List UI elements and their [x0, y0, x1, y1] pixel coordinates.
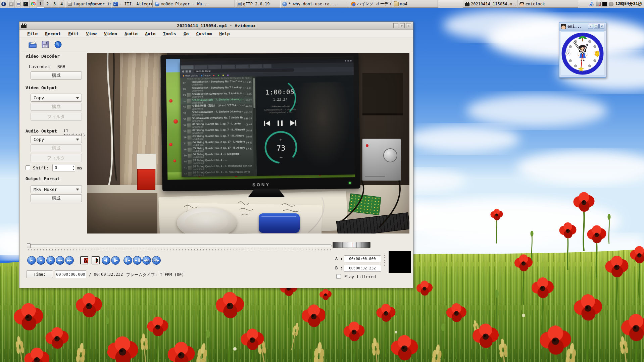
- video-decoder-configure-button[interactable]: 構成: [31, 71, 82, 80]
- marker-b-field[interactable]: 00:00:32.232: [344, 265, 381, 272]
- timeline-handle[interactable]: [27, 243, 31, 248]
- menu-item[interactable]: Video: [100, 31, 121, 37]
- task-button[interactable]: emiclock: [517, 0, 578, 8]
- task-icon: [237, 2, 242, 6]
- open-file-button[interactable]: [28, 40, 38, 50]
- next-frame-button-glyph: ▐▶: [113, 259, 118, 262]
- output-format-select[interactable]: Mkv Muxer: [31, 185, 82, 193]
- launcher-button[interactable]: [7, 0, 15, 8]
- time-field[interactable]: 00:00:00.000: [55, 270, 86, 278]
- task-button[interactable]: ハイレゾ オーディ...: [349, 0, 392, 8]
- emiclock-title: emi...: [567, 24, 587, 29]
- audio-filter-button[interactable]: フィルタ: [31, 154, 82, 162]
- menu-item[interactable]: Tools: [159, 31, 180, 37]
- photo-white-box: [137, 154, 156, 169]
- workspace-button[interactable]: 4: [58, 0, 65, 8]
- tray-icon[interactable]: [609, 2, 613, 6]
- play-button[interactable]: ▶: [27, 256, 36, 265]
- workspace-switcher: 1 2 3 4: [37, 0, 65, 8]
- save-file-button[interactable]: [40, 40, 50, 50]
- workspace-button[interactable]: 1: [37, 0, 44, 8]
- mark-a-button[interactable]: A: [80, 256, 88, 264]
- task-button[interactable]: lagarto@power.int...: [65, 0, 111, 8]
- task-button[interactable]: 20210414_115054.m...: [463, 0, 517, 8]
- tray-icon[interactable]: [596, 2, 601, 6]
- timeline-slider[interactable]: [28, 244, 332, 247]
- window-control-glyph: ✕: [408, 24, 409, 28]
- launcher-button[interactable]: [0, 0, 7, 8]
- shift-value: 0: [55, 165, 57, 170]
- emiclock-titlebar: emi... –□✕: [559, 22, 606, 31]
- save-file-icon: [41, 41, 49, 49]
- menu-item[interactable]: View: [83, 31, 100, 37]
- shift-value-field[interactable]: 0 ▲▼: [52, 164, 75, 171]
- task-label: 20210414_115054.m...: [471, 2, 517, 6]
- task-button[interactable]: * why-dont-use-ra...: [280, 0, 349, 8]
- emiclock-window: emi... –□✕: [559, 22, 606, 78]
- menu-item[interactable]: Custom: [192, 31, 215, 37]
- avidemux-window: 20210414_115054.mp4 - Avidemux –□✕ FileR…: [19, 21, 413, 288]
- next-keyframe-button[interactable]: ▶▐: [133, 256, 142, 265]
- task-icon: [113, 2, 118, 6]
- menu-item[interactable]: Go: [180, 31, 193, 37]
- task-button[interactable]: gFTP 2.0.19: [235, 0, 280, 8]
- info-button[interactable]: i: [53, 40, 63, 50]
- mark-b-button[interactable]: B: [92, 256, 100, 264]
- ime-indicator[interactable]: あ: [589, 1, 594, 7]
- audio-configure-button[interactable]: 構成: [31, 144, 82, 152]
- launcher-button[interactable]: [30, 0, 37, 8]
- output-format-value: Mkv Muxer: [34, 187, 57, 192]
- task-label: mp4: [400, 2, 407, 6]
- menu-item[interactable]: Audio: [121, 31, 141, 37]
- prev-frame-button[interactable]: ◀▌: [102, 256, 110, 265]
- play-filtered-checkbox[interactable]: [336, 274, 341, 279]
- launcher-button[interactable]: [15, 0, 22, 8]
- jog-shuttle-wheel[interactable]: [333, 242, 370, 248]
- emiclock-control-button[interactable]: □: [594, 24, 599, 29]
- window-control-button[interactable]: □: [400, 23, 405, 28]
- launcher-group: [0, 0, 37, 8]
- marker-a-field[interactable]: 00:00:00.000: [344, 255, 381, 262]
- rewind-button[interactable]: ◀◀: [56, 256, 64, 265]
- resize-gripper[interactable]: [384, 254, 385, 266]
- seek-forward-button[interactable]: ▶: [46, 256, 55, 265]
- emiclock-control-button[interactable]: –: [588, 24, 593, 29]
- menu-item[interactable]: Edit: [64, 31, 82, 37]
- fast-forward-button[interactable]: ▶▶: [65, 256, 74, 265]
- launcher-icon: [9, 2, 13, 6]
- window-control-button[interactable]: ✕: [406, 23, 411, 28]
- video-configure-button[interactable]: 構成: [31, 103, 82, 111]
- shift-checkbox[interactable]: [26, 165, 30, 170]
- menu-item[interactable]: Recent: [41, 31, 64, 37]
- video-filter-button[interactable]: フィルタ: [31, 113, 82, 121]
- tray-icon[interactable]: [602, 2, 607, 6]
- task-button[interactable]: mp4: [392, 0, 438, 8]
- menu-item[interactable]: Help: [215, 31, 233, 37]
- workspace-button[interactable]: 3: [51, 0, 58, 8]
- emiclock-control-button[interactable]: ✕: [599, 24, 604, 29]
- task-label: emiclock: [526, 2, 545, 6]
- next-frame-button[interactable]: ▐▶: [111, 256, 120, 265]
- menu-item[interactable]: Auto: [141, 31, 159, 37]
- time-button[interactable]: Time:: [26, 270, 53, 278]
- seek-back-button[interactable]: ◀: [37, 256, 45, 265]
- next-keyframe-button-glyph: ▶▐: [135, 259, 140, 262]
- format-configure-button[interactable]: 構成: [31, 194, 82, 202]
- workspace-button[interactable]: 2: [44, 0, 51, 8]
- spinner-arrows-icon[interactable]: ▲▼: [73, 165, 74, 171]
- back-60s-button[interactable]: ◀60: [142, 256, 151, 265]
- prev-keyframe-button[interactable]: ▌◀: [123, 256, 132, 265]
- window-control-button[interactable]: –: [393, 23, 398, 28]
- launcher-icon: [31, 2, 36, 6]
- seek-back-button-glyph: ◀: [40, 259, 42, 262]
- emiclock-face: [561, 33, 604, 75]
- open-file-icon: [28, 41, 37, 49]
- fwd-60s-button[interactable]: 60▶: [152, 256, 161, 265]
- task-button[interactable]: - III. Allegretto...: [111, 0, 153, 8]
- task-button[interactable]: moOde Player - Wa...: [153, 0, 235, 8]
- menu-item[interactable]: File: [23, 31, 41, 37]
- audio-output-select[interactable]: Copy: [31, 135, 82, 143]
- launcher-button[interactable]: [22, 0, 30, 8]
- emiclock-controls: –□✕: [588, 24, 604, 29]
- video-output-select[interactable]: Copy: [31, 94, 82, 102]
